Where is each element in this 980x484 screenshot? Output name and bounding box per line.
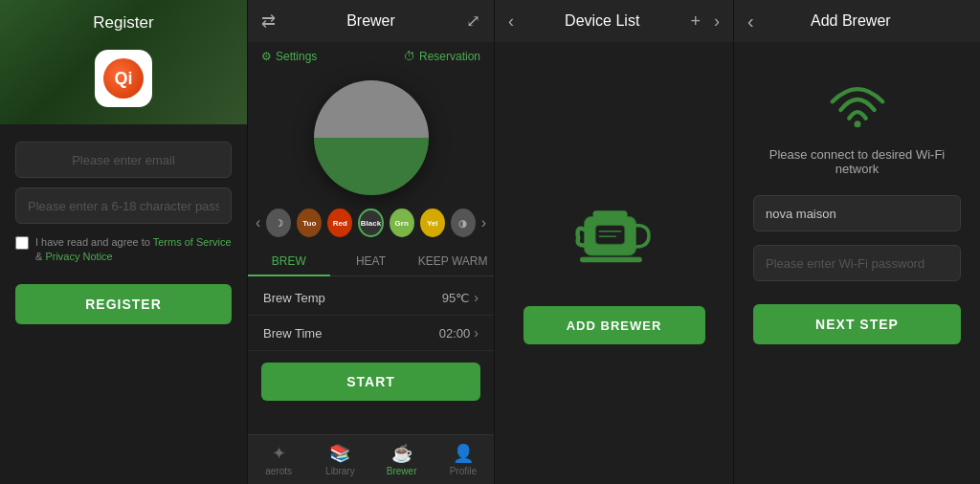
- tab-keep-warm[interactable]: KEEP WARM: [412, 247, 494, 275]
- register-logo-container: Qi: [95, 50, 152, 107]
- brewer-header: ⇄ Brewer ⤢: [248, 0, 494, 42]
- wifi-name-input[interactable]: [753, 195, 961, 231]
- nav-library-label: Library: [325, 466, 355, 476]
- password-input[interactable]: [15, 187, 232, 224]
- register-form: I have read and agree to Terms of Servic…: [0, 124, 247, 484]
- brewer-circle: [314, 80, 429, 195]
- terms-link[interactable]: Terms of Service: [153, 236, 232, 248]
- tea-item-tuocha[interactable]: Tuo: [297, 209, 322, 237]
- nav-profile-label: Profile: [450, 466, 477, 476]
- device-list-back-icon[interactable]: ‹: [508, 11, 514, 32]
- brewer-nav-icon: ☕: [391, 443, 412, 464]
- tea-item-half-moon[interactable]: ◑: [451, 209, 476, 237]
- brewer-tabs: BREW HEAT KEEP WARM: [248, 247, 494, 276]
- tea-prev-arrow[interactable]: ‹: [256, 214, 260, 231]
- brew-time-number: 02:00: [439, 326, 471, 341]
- tab-keep-warm-label: KEEP WARM: [418, 254, 488, 268]
- nav-profile[interactable]: 👤 Profile: [433, 437, 494, 482]
- svg-rect-1: [592, 210, 627, 218]
- brewer-navbar: ✦ aerots 📚 Library ☕ Brewer 👤 Profile: [248, 434, 494, 484]
- svg-rect-3: [595, 226, 625, 245]
- nav-aerots-label: aerots: [265, 466, 292, 476]
- brewer-subheader: ⚙ Settings ⏱ Reservation: [248, 42, 494, 71]
- device-list-panel: ‹ Device List + ›: [494, 0, 733, 484]
- reservation-label: Reservation: [419, 50, 480, 63]
- app-logo: Qi: [103, 58, 144, 99]
- nav-library[interactable]: 📚 Library: [309, 437, 370, 482]
- brew-temp-value: 95℃ ›: [442, 290, 479, 305]
- svg-rect-2: [580, 257, 642, 262]
- wifi-icon-container: [824, 71, 891, 128]
- device-list-close-icon[interactable]: ›: [714, 11, 720, 32]
- brew-time-chevron: ›: [474, 325, 479, 341]
- wifi-password-input[interactable]: [753, 245, 961, 281]
- reservation-clock-icon: ⏱: [404, 50, 415, 63]
- brew-temp-label: Brew Temp: [263, 291, 325, 305]
- device-list-title: Device List: [565, 12, 639, 30]
- tab-brew-label: BREW: [272, 254, 306, 268]
- brew-temp-row[interactable]: Brew Temp 95℃ ›: [248, 280, 494, 316]
- brewer-expand-icon[interactable]: ⤢: [466, 11, 480, 32]
- device-list-body: ADD BREWER: [495, 42, 733, 484]
- register-button[interactable]: REGISTER: [15, 284, 232, 324]
- nav-aerots[interactable]: ✦ aerots: [248, 437, 309, 482]
- add-brewer-back-icon[interactable]: ‹: [747, 11, 754, 33]
- library-icon: 📚: [329, 443, 350, 464]
- brewer-title: Brewer: [346, 12, 395, 30]
- add-brewer-description: Please connect to desired Wi-Fi network: [753, 147, 961, 176]
- settings-label: Settings: [276, 50, 317, 63]
- device-list-action-icons: + ›: [690, 11, 720, 32]
- next-step-button[interactable]: NEXT STEP: [753, 304, 961, 344]
- tab-brew[interactable]: BREW: [248, 247, 330, 275]
- device-list-header: ‹ Device List + ›: [495, 0, 733, 42]
- tab-heat[interactable]: HEAT: [330, 247, 412, 275]
- add-brewer-title: Add Brewer: [811, 12, 891, 30]
- email-input[interactable]: [15, 142, 232, 178]
- brewer-circle-container: [248, 71, 494, 203]
- tab-heat-label: HEAT: [356, 254, 386, 268]
- register-panel: Register Qi I have read and agree to Ter…: [0, 0, 247, 484]
- register-title: Register: [93, 13, 153, 33]
- brewer-panel: ⇄ Brewer ⤢ ⚙ Settings ⏱ Reservation ‹ ☽ …: [247, 0, 494, 484]
- brew-time-row[interactable]: Brew Time 02:00 ›: [248, 316, 494, 351]
- settings-gear-icon: ⚙: [261, 50, 272, 63]
- tea-item-green[interactable]: Grn: [390, 209, 414, 237]
- brew-time-label: Brew Time: [263, 326, 322, 341]
- terms-checkbox[interactable]: [15, 236, 29, 250]
- brew-temp-number: 95℃: [442, 291, 470, 305]
- profile-icon: 👤: [453, 443, 474, 464]
- terms-checkbox-row: I have read and agree to Terms of Servic…: [15, 235, 232, 265]
- kettle-illustration: [567, 182, 662, 277]
- add-brewer-button[interactable]: ADD BREWER: [523, 306, 705, 344]
- brewer-reservation-link[interactable]: ⏱ Reservation: [404, 50, 480, 63]
- tea-item-moon[interactable]: ☽: [266, 209, 291, 237]
- svg-point-6: [854, 121, 860, 127]
- add-brewer-header: ‹ Add Brewer: [734, 0, 980, 42]
- brewer-settings-link[interactable]: ⚙ Settings: [261, 50, 317, 63]
- nav-brewer[interactable]: ☕ Brewer: [371, 437, 433, 482]
- aerots-icon: ✦: [272, 443, 286, 464]
- register-header: Register Qi: [0, 0, 247, 124]
- start-button[interactable]: START: [261, 363, 480, 401]
- tea-selector: ‹ ☽ Tuo Red Black Grn Yel ◑ ›: [248, 203, 494, 243]
- tea-item-black[interactable]: Black: [358, 209, 384, 237]
- brew-temp-chevron: ›: [474, 290, 479, 305]
- tea-next-arrow[interactable]: ›: [481, 214, 486, 231]
- device-list-add-icon[interactable]: +: [690, 11, 701, 32]
- nav-brewer-label: Brewer: [387, 466, 417, 476]
- brew-time-value: 02:00 ›: [439, 325, 479, 341]
- privacy-link[interactable]: Privacy Notice: [45, 251, 112, 262]
- tea-item-red[interactable]: Red: [327, 209, 352, 237]
- terms-label: I have read and agree to Terms of Servic…: [35, 235, 232, 265]
- tea-item-yellow[interactable]: Yel: [420, 209, 445, 237]
- add-brewer-panel: ‹ Add Brewer Please connect to desired W…: [733, 0, 980, 484]
- add-brewer-body: Please connect to desired Wi-Fi network …: [734, 42, 980, 484]
- brewer-transfer-icon[interactable]: ⇄: [261, 11, 276, 32]
